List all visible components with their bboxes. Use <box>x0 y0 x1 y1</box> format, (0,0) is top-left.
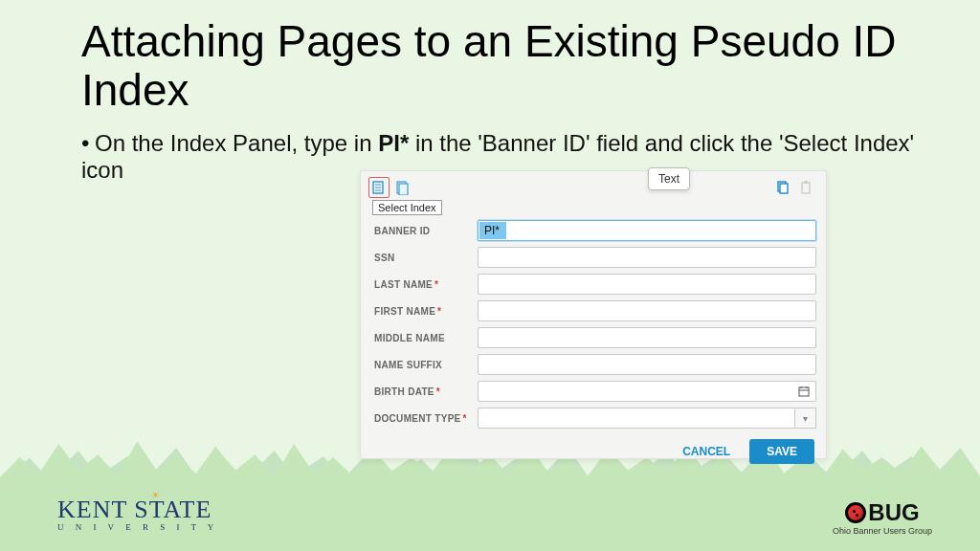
copy-icon[interactable] <box>772 177 793 198</box>
svg-rect-7 <box>780 184 788 193</box>
select-index-icon[interactable] <box>368 177 390 198</box>
banner-id-input[interactable]: PI* <box>478 220 816 241</box>
obug-logo-sub: Ohio Banner Users Group <box>833 526 932 536</box>
first-name-input[interactable] <box>478 300 816 321</box>
kent-state-logo: ☀ KENT STATE U N I V E R S I T Y <box>57 496 218 532</box>
bullet-pre: On the Index Panel, type in <box>95 130 378 156</box>
calendar-icon[interactable] <box>791 381 816 402</box>
label-document-type: DOCUMENT TYPE* <box>374 413 478 424</box>
birth-date-input[interactable] <box>478 381 792 402</box>
label-birth-date: BIRTH DATE* <box>374 386 478 397</box>
row-birth-date: BIRTH DATE* <box>361 378 826 405</box>
document-type-input[interactable] <box>478 408 795 429</box>
bullet-bold: PI* <box>378 130 409 156</box>
row-last-name: LAST NAME* <box>361 271 826 298</box>
svg-rect-8 <box>802 183 810 193</box>
chevron-down-icon[interactable]: ▾ <box>795 408 816 429</box>
row-middle-name: MIDDLE NAME <box>361 324 826 351</box>
label-last-name: LAST NAME* <box>374 279 478 290</box>
row-name-suffix: NAME SUFFIX <box>361 351 826 378</box>
kent-logo-main: KENT STATE <box>57 496 218 524</box>
paste-icon <box>795 177 816 198</box>
ladybug-icon <box>845 502 866 523</box>
toolbar-icon-2[interactable] <box>391 177 412 198</box>
label-middle-name: MIDDLE NAME <box>374 333 478 343</box>
obug-logo: BUG Ohio Banner Users Group <box>833 501 932 536</box>
obug-logo-main: BUG <box>868 501 919 524</box>
middle-name-input[interactable] <box>478 327 816 348</box>
panel-toolbar <box>361 171 826 204</box>
label-banner-id: BANNER ID <box>374 226 478 236</box>
slide-title: Attaching Pages to an Existing Pseudo ID… <box>81 17 923 114</box>
row-ssn: SSN <box>361 244 826 271</box>
label-first-name: FIRST NAME* <box>374 306 478 317</box>
sun-icon: ☀ <box>151 490 160 500</box>
kent-logo-sub: U N I V E R S I T Y <box>57 522 218 532</box>
name-suffix-input[interactable] <box>478 354 816 375</box>
text-tooltip: Text <box>648 167 690 190</box>
index-panel: Text Select Index BANNER ID PI* <box>360 170 827 459</box>
select-index-tooltip: Select Index <box>372 200 442 215</box>
row-banner-id: BANNER ID PI* <box>361 217 826 244</box>
ssn-input[interactable] <box>478 247 816 268</box>
label-name-suffix: NAME SUFFIX <box>374 360 478 370</box>
banner-id-value: PI* <box>479 221 505 240</box>
label-ssn: SSN <box>374 253 478 263</box>
slide: Attaching Pages to an Existing Pseudo ID… <box>0 0 980 551</box>
svg-rect-9 <box>804 181 808 184</box>
save-button[interactable]: SAVE <box>749 439 814 464</box>
row-document-type: DOCUMENT TYPE* ▾ <box>361 405 826 431</box>
cancel-button[interactable]: CANCEL <box>673 439 740 464</box>
button-row: CANCEL SAVE <box>361 431 826 474</box>
svg-rect-5 <box>399 184 408 195</box>
svg-rect-10 <box>799 387 809 396</box>
row-first-name: FIRST NAME* <box>361 298 826 324</box>
last-name-input[interactable] <box>478 274 816 295</box>
